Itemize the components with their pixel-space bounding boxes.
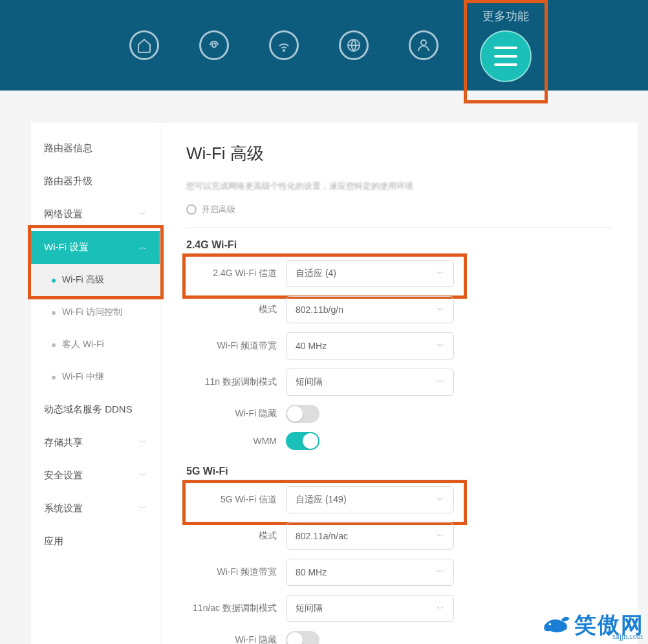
main-panel: Wi-Fi 高级 您可以完成网络更高级个性化的设置，速应您特定的使用环境 开启高… [160,123,638,644]
svg-point-3 [421,40,426,45]
row-5g-mode: 模式 802.11a/n/ac﹀ [186,522,612,550]
sidebar-item-apps[interactable]: 应用 [31,525,160,558]
page-description: 您可以完成网络更高级个性化的设置，速应您特定的使用环境 [186,180,612,192]
sidebar-item-system[interactable]: 系统设置﹀ [31,492,160,525]
chevron-down-icon: ﹀ [437,531,444,542]
chevron-up-icon: ︿ [139,242,147,253]
advanced-radio[interactable]: 开启高级 [186,204,612,215]
sidebar-item-security[interactable]: 安全设置﹀ [31,459,160,492]
select-5g-11n[interactable]: 短间隔﹀ [286,595,454,622]
select-24g-11n[interactable]: 短间隔﹀ [286,369,454,396]
more-menu-label: 更多功能 [467,8,545,24]
sidebar-item-network[interactable]: 网络设置﹀ [31,198,160,231]
chevron-down-icon: ﹀ [437,567,444,578]
svg-point-0 [212,43,216,47]
globe-icon[interactable] [339,30,369,60]
radio-icon [186,204,197,215]
signal-icon[interactable] [199,30,229,60]
row-24g-channel: 2.4G Wi-Fi 信道 自适应 (4)﹀ [186,260,612,287]
chevron-down-icon: ﹀ [437,305,444,316]
wifi-icon[interactable] [269,30,299,60]
row-24g-bw: Wi-Fi 频道带宽 40 MHz﹀ [186,332,612,360]
select-5g-channel[interactable]: 自适应 (149)﹀ [286,486,454,513]
page-title: Wi-Fi 高级 [186,142,612,165]
sidebar-item-storage[interactable]: 存储共享﹀ [31,426,160,459]
toggle-24g-hide[interactable] [286,405,319,423]
sidebar: 路由器信息 路由器升级 网络设置﹀ Wi-Fi 设置︿ Wi-Fi 高级 Wi-… [31,123,160,644]
select-5g-bw[interactable]: 80 MHz﹀ [286,559,454,586]
chevron-down-icon: ﹀ [139,503,147,514]
divider [186,227,612,228]
hamburger-icon[interactable] [480,30,532,82]
select-5g-mode[interactable]: 802.11a/n/ac﹀ [286,522,454,550]
content-area: 路由器信息 路由器升级 网络设置﹀ Wi-Fi 设置︿ Wi-Fi 高级 Wi-… [31,123,638,644]
row-24g-wmm: WMM [186,432,612,450]
chevron-down-icon: ﹀ [437,268,444,279]
sidebar-sub-wifi-relay[interactable]: Wi-Fi 中继 [31,361,160,393]
sidebar-item-wifi[interactable]: Wi-Fi 设置︿ [31,231,160,264]
watermark: 笑傲网 xajjn.com [541,610,644,640]
chevron-down-icon: ﹀ [139,437,147,448]
toggle-24g-wmm[interactable] [286,432,319,450]
chevron-down-icon: ﹀ [437,603,444,614]
fish-icon [541,610,570,640]
toggle-5g-hide[interactable] [286,631,319,644]
sidebar-item-router-info[interactable]: 路由器信息 [31,132,160,165]
more-menu-highlight: 更多功能 [464,0,548,103]
chevron-down-icon: ﹀ [437,495,444,506]
svg-point-4 [549,623,552,626]
home-icon[interactable] [129,30,159,60]
user-icon[interactable] [409,30,438,60]
row-24g-11n: 11n 数据调制模式 短间隔﹀ [186,369,612,396]
top-navbar: 更多功能 [0,0,648,91]
section-title-24g: 2.4G Wi-Fi [186,239,612,251]
chevron-down-icon: ﹀ [437,377,444,388]
row-24g-hide: Wi-Fi 隐藏 [186,405,612,423]
select-24g-channel[interactable]: 自适应 (4)﹀ [286,260,454,287]
chevron-down-icon: ﹀ [139,209,147,220]
svg-point-1 [283,50,285,51]
chevron-down-icon: ﹀ [139,470,147,481]
sidebar-item-router-upgrade[interactable]: 路由器升级 [31,165,160,198]
select-24g-mode[interactable]: 802.11b/g/n﹀ [286,296,454,323]
sidebar-sub-wifi-advanced[interactable]: Wi-Fi 高级 [31,264,160,296]
row-5g-channel: 5G Wi-Fi 信道 自适应 (149)﹀ [186,486,612,513]
row-5g-bw: Wi-Fi 频道带宽 80 MHz﹀ [186,559,612,586]
select-24g-bw[interactable]: 40 MHz﹀ [286,332,454,360]
sidebar-sub-guest-wifi[interactable]: 客人 Wi-Fi [31,328,160,361]
section-title-5g: 5G Wi-Fi [186,466,612,477]
chevron-down-icon: ﹀ [437,341,444,352]
row-24g-mode: 模式 802.11b/g/n﹀ [186,296,612,323]
sidebar-sub-wifi-access[interactable]: Wi-Fi 访问控制 [31,296,160,328]
sidebar-item-ddns[interactable]: 动态域名服务 DDNS [31,393,160,426]
watermark-url: xajjn.com [612,632,643,641]
